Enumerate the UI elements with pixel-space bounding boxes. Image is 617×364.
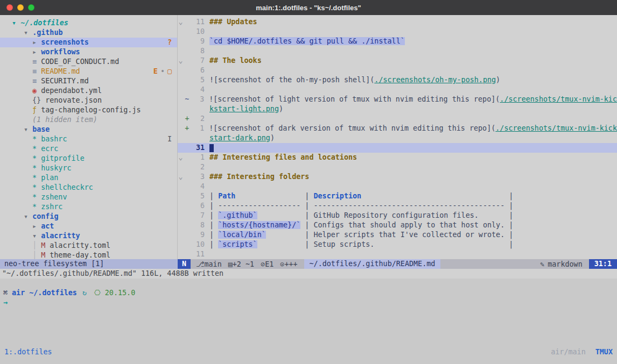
markdown-text: | ------------------- | ----------------… — [209, 202, 513, 210]
chevron-down-icon[interactable]: ▾ — [32, 231, 41, 241]
git-sign — [184, 66, 191, 75]
fold-marker — [178, 211, 184, 220]
tree-item-workflows[interactable]: ▸ workflows — [0, 47, 177, 57]
node-icon: ⎔ — [94, 289, 101, 297]
fold-marker[interactable]: ⌄ — [178, 153, 184, 162]
editor-line[interactable]: ⌄ 1## Interesting files and locations — [178, 153, 617, 162]
fold-marker[interactable]: ⌄ — [178, 172, 184, 182]
markdown-link: ./screenshots/tmux-nvim-kick — [495, 124, 617, 132]
editor-line[interactable]: 6 — [178, 66, 617, 75]
tree-item-tag-changelog-config-js[interactable]: ƒ tag-changelog-config.js — [0, 105, 177, 115]
tree-item-github[interactable]: ▾ .github — [0, 28, 177, 38]
tree-item-zshenv[interactable]: * zshenv — [0, 192, 177, 202]
tree-item-base[interactable]: ▾ base — [0, 125, 177, 134]
file-icon: M — [41, 251, 50, 259]
fold-marker — [178, 201, 184, 211]
editor-line[interactable]: 5| Path | Description | — [178, 191, 617, 201]
minimize-button[interactable] — [17, 4, 24, 11]
tree-item-alacritty[interactable]: ▾ alacritty — [0, 231, 177, 241]
tree-item-screenshots[interactable]: ▸ screenshots? — [0, 38, 177, 47]
editor-line[interactable]: ⌄ 11### Updates — [178, 17, 617, 27]
chevron-down-icon[interactable]: ▾ — [12, 18, 20, 28]
markdown-text: | — [209, 231, 218, 239]
chevron-right-icon[interactable]: ▸ — [32, 38, 41, 47]
shell-pane[interactable]: ⌘ air ~/.dotfiles ↻ ⎔ 20.15.0 → 1:.dotfi… — [0, 279, 617, 364]
nvim-pane: ▾ ~/.dotfiles▾ .github▸ screenshots?▸ wo… — [0, 15, 617, 279]
tree-item-bashrc[interactable]: * bashrcI — [0, 134, 177, 144]
editor-line[interactable]: ⌄ 3### Interesting folders — [178, 172, 617, 182]
tree-item-label: zshrc — [41, 202, 62, 212]
chevron-right-icon[interactable]: ▸ — [32, 47, 41, 57]
tree-item-dependabot-yml[interactable]: ◉ dependabot.yml — [0, 86, 177, 96]
fold-marker — [178, 46, 184, 56]
editor-line[interactable]: 9| `local/bin` | Helper scripts that I'v… — [178, 230, 617, 240]
editor-line[interactable]: 6| ------------------- | ---------------… — [178, 201, 617, 211]
traffic-lights — [6, 0, 34, 15]
editor-line[interactable]: 5![screenshot of the oh-my-posh shell](.… — [178, 75, 617, 85]
tree-item-readme-md[interactable]: ≡ README.mdE•▢ — [0, 67, 177, 76]
editor-line[interactable]: ~3![screenshot of light version of tmux … — [178, 95, 617, 104]
tree-item-shellcheckrc[interactable]: * shellcheckrc — [0, 183, 177, 192]
editor-line[interactable]: 8| `hosts/{hostname}/` | Configs that sh… — [178, 220, 617, 230]
git-sign: ~ — [184, 95, 191, 104]
fold-marker — [178, 124, 184, 133]
tree-item-huskyrc[interactable]: * huskyrc — [0, 163, 177, 173]
editor-line[interactable]: 11 — [178, 249, 617, 259]
fold-marker[interactable]: ⌄ — [178, 17, 184, 27]
chevron-down-icon[interactable]: ▾ — [24, 212, 32, 222]
chevron-down-icon[interactable]: ▾ — [24, 28, 32, 38]
tree-item-renovate-json[interactable]: {} renovate.json — [0, 96, 177, 105]
close-button[interactable] — [6, 4, 13, 11]
git-sign: + — [184, 114, 191, 124]
plugin-status-icon: ⊙ — [280, 260, 284, 268]
tree-item-ecrc[interactable]: * ecrc — [0, 144, 177, 154]
chevron-right-icon[interactable]: ▸ — [32, 222, 41, 231]
tree-item-plan[interactable]: * plan — [0, 173, 177, 183]
editor-pane[interactable]: ⌄ 11### Updates 10 9`cd $HOME/.dotfiles … — [178, 15, 617, 259]
editor-line[interactable]: 4 — [178, 85, 617, 95]
tree-item-zshrc[interactable]: * zshrc — [0, 202, 177, 212]
fold-marker[interactable]: ⌄ — [178, 56, 184, 66]
editor-line[interactable]: 10| `scripts` | Setup scripts. | — [178, 240, 617, 249]
file-tree: ▾ ~/.dotfiles▾ .github▸ screenshots?▸ wo… — [0, 18, 177, 259]
tree-item-security-md[interactable]: ≡ SECURITY.md — [0, 76, 177, 86]
git-sign — [184, 17, 191, 27]
editor-buffer: ⌄ 11### Updates 10 9`cd $HOME/.dotfiles … — [178, 17, 617, 259]
fold-marker — [178, 220, 184, 230]
editor-line[interactable]: kstart-light.png) — [178, 104, 617, 114]
tree-item-config[interactable]: ▾ config — [0, 212, 177, 222]
inline-code: `hosts/{hostname}/` — [218, 221, 300, 229]
git-sign — [184, 191, 191, 201]
tree-item-1-hidden-item[interactable]: (1 hidden item) — [0, 115, 177, 125]
editor-line[interactable]: 4 — [178, 182, 617, 191]
tree-item-dotfiles[interactable]: ▾ ~/.dotfiles — [0, 18, 177, 28]
tmux-session-label: air/main — [551, 347, 586, 357]
file-icon: {} — [32, 96, 45, 105]
editor-line[interactable]: 7| `.github` | GitHub Repository configu… — [178, 211, 617, 220]
editor-line[interactable]: ⌄ 7## The looks — [178, 56, 617, 66]
tree-item-code-of-conduct-md[interactable]: ≡ CODE_OF_CONDUCT.md — [0, 57, 177, 67]
editor-line[interactable]: 31 — [178, 143, 617, 153]
tree-item-theme-day-toml[interactable]: │ M theme-day.toml — [0, 251, 177, 259]
file-icon: ƒ — [32, 105, 41, 115]
tree-item-act[interactable]: ▸ act — [0, 222, 177, 231]
tree-item-label: theme-day.toml — [50, 251, 110, 259]
editor-line[interactable]: 10 — [178, 27, 617, 37]
file-icon: * — [32, 183, 41, 192]
chevron-down-icon[interactable]: ▾ — [24, 125, 32, 134]
tree-item-label: bashrc — [41, 134, 67, 144]
tree-item-gitprofile[interactable]: * gitprofile — [0, 154, 177, 163]
tree-item-alacritty-toml[interactable]: │ M alacritty.toml — [0, 241, 177, 251]
indent-guide: │ — [32, 251, 41, 259]
editor-line[interactable]: +1![screenshot of dark version of tmux w… — [178, 124, 617, 133]
editor-line[interactable]: 8 — [178, 46, 617, 56]
markdown-link: ./screenshots/oh-my-posh.png — [374, 76, 496, 84]
editor-line[interactable]: start-dark.png) — [178, 133, 617, 143]
editor-line[interactable]: +2 — [178, 114, 617, 124]
tmux-window-item[interactable]: 1:.dotfiles — [4, 347, 52, 357]
maximize-button[interactable] — [28, 4, 34, 11]
neotree-sidebar: ▾ ~/.dotfiles▾ .github▸ screenshots?▸ wo… — [0, 15, 178, 259]
editor-line[interactable]: 2 — [178, 162, 617, 172]
mode-indicator: N — [178, 259, 191, 269]
editor-line[interactable]: 9`cd $HOME/.dotfiles && git pull && ./in… — [178, 37, 617, 46]
